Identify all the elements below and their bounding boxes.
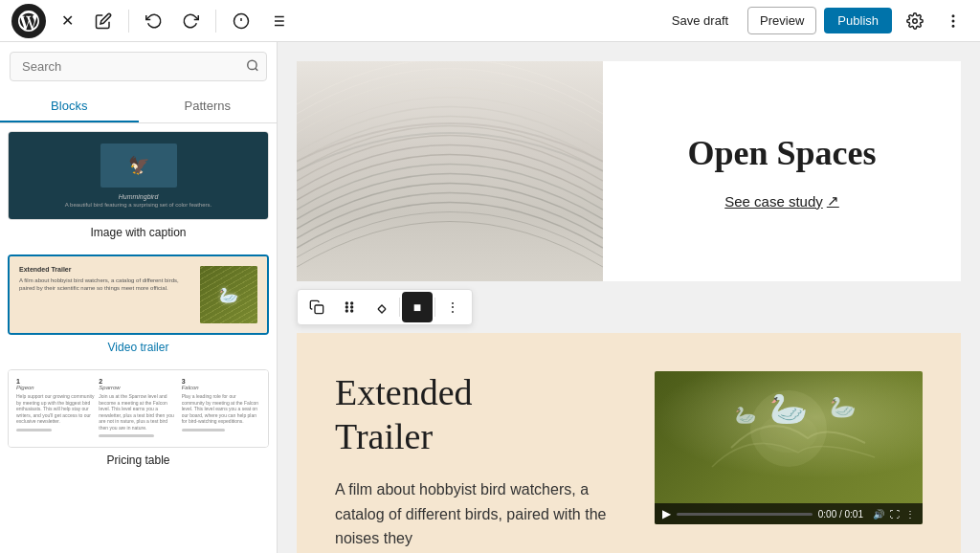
- save-draft-button[interactable]: Save draft: [660, 8, 740, 33]
- video-play-button[interactable]: ▶: [662, 507, 671, 520]
- svg-point-12: [952, 25, 954, 27]
- svg-point-21: [351, 310, 353, 312]
- settings-gear-button[interactable]: [900, 6, 930, 36]
- align-block-button[interactable]: ■: [402, 292, 433, 322]
- svg-point-9: [913, 18, 918, 23]
- pricing-text-3: Play a leading role for our community by…: [182, 393, 260, 425]
- open-spaces-title: Open Spaces: [687, 133, 876, 173]
- toolbar-left-group: ✕: [11, 4, 293, 38]
- vt-image: 🦢: [200, 266, 257, 323]
- block-toolbar-sep-2: [434, 298, 435, 317]
- see-case-study-text: See case study: [724, 193, 823, 210]
- see-case-study-link[interactable]: See case study ↗: [724, 192, 839, 210]
- pricing-num-1: 1: [16, 378, 95, 385]
- video-time: 0:00 / 0:01: [818, 509, 863, 520]
- open-spaces-block: Open Spaces See case study ↗: [297, 61, 961, 281]
- pricing-col-3: 3 Falcon Play a leading role for our com…: [182, 378, 260, 439]
- vt-text: Extended Trailer A film about hobbyist b…: [19, 266, 192, 323]
- et-description: A film about hobbyist bird watchers, a c…: [335, 477, 616, 551]
- video-trailer-preview-inner: Extended Trailer A film about hobbyist b…: [10, 256, 267, 333]
- block-preview-pricing-table: 1 Pigeon Help support our growing commun…: [8, 369, 269, 448]
- sidebar: Blocks Patterns 🦅 Hummingbird A beautifu…: [0, 42, 278, 553]
- open-spaces-content: Open Spaces See case study ↗: [603, 61, 961, 281]
- svg-point-10: [952, 15, 954, 17]
- pricing-bar-2: [99, 434, 154, 437]
- svg-point-18: [345, 306, 347, 308]
- video-fullscreen-icon[interactable]: ⛶: [890, 509, 900, 520]
- svg-point-11: [952, 20, 954, 22]
- video-background: 🦢 🦢 🦢: [655, 371, 923, 524]
- search-input[interactable]: [10, 52, 267, 81]
- vt-card-desc: A film about hobbyist bird watchers, a c…: [19, 276, 192, 293]
- duplicate-block-button[interactable]: [301, 292, 332, 322]
- et-title: ExtendedTrailer: [335, 371, 616, 458]
- video-controls: ▶ 0:00 / 0:01 🔊 ⛶ ⋮: [655, 503, 923, 524]
- et-video: 🦢 🦢 🦢 ▶ 0:00 / 0:01 🔊 ⛶ ⋮: [655, 371, 923, 524]
- block-label-video-trailer: Video trailer: [8, 341, 269, 354]
- video-more-icon[interactable]: ⋮: [905, 509, 915, 520]
- video-progress[interactable]: [677, 513, 813, 516]
- vt-card-title: Extended Trailer: [19, 266, 192, 273]
- edit-pen-button[interactable]: [88, 6, 119, 36]
- block-item-video-trailer[interactable]: Extended Trailer A film about hobbyist b…: [8, 254, 269, 354]
- block-preview-video-trailer: Extended Trailer A film about hobbyist b…: [8, 254, 269, 335]
- info-button[interactable]: [226, 6, 256, 36]
- svg-rect-15: [315, 305, 323, 314]
- block-item-image-caption[interactable]: 🦅 Hummingbird A beautiful bird featuring…: [8, 131, 269, 239]
- block-floating-toolbar: ■ ⋮: [297, 289, 473, 325]
- editor-canvas: Open Spaces See case study ↗: [297, 61, 961, 553]
- video-player: 🦢 🦢 🦢 ▶ 0:00 / 0:01 🔊 ⛶ ⋮: [655, 371, 923, 524]
- block-preview-image-caption: 🦅 Hummingbird A beautiful bird featuring…: [8, 131, 269, 220]
- move-block-button[interactable]: [367, 292, 397, 322]
- block-label-pricing-table: Pricing table: [8, 453, 269, 467]
- extended-trailer-block: ExtendedTrailer A film about hobbyist bi…: [297, 333, 961, 553]
- svg-point-17: [351, 302, 353, 304]
- more-options-button[interactable]: [938, 6, 969, 36]
- pricing-text-1: Help support our growing community by me…: [16, 393, 95, 425]
- video-volume-icon[interactable]: 🔊: [873, 509, 884, 520]
- pricing-num-2: 2: [99, 378, 177, 385]
- pricing-col-2: 2 Sparrow Join us at the Sparrow level a…: [99, 378, 177, 439]
- sidebar-content: 🦅 Hummingbird A beautiful bird featuring…: [0, 123, 277, 553]
- toolbar-right-group: Save draft Preview Publish: [660, 6, 969, 36]
- svg-point-19: [351, 306, 353, 308]
- drag-handle-button[interactable]: [334, 292, 365, 322]
- sidebar-tabs: Blocks Patterns: [0, 91, 277, 123]
- tab-patterns[interactable]: Patterns: [139, 91, 278, 122]
- pricing-preview-inner: 1 Pigeon Help support our growing commun…: [9, 370, 268, 447]
- arch-svg: [297, 61, 603, 281]
- search-box: [10, 52, 267, 81]
- svg-point-16: [345, 302, 347, 304]
- undo-button[interactable]: [139, 6, 169, 36]
- pricing-bar-1: [16, 429, 52, 431]
- pricing-num-3: 3: [182, 378, 260, 385]
- close-button[interactable]: ✕: [52, 6, 82, 36]
- block-item-pricing-table[interactable]: 1 Pigeon Help support our growing commun…: [8, 369, 269, 467]
- pricing-name-3: Falcon: [182, 385, 260, 390]
- pricing-name-2: Sparrow: [99, 385, 177, 390]
- pricing-text-2: Join us at the Sparrow level and become …: [99, 393, 177, 431]
- toolbar-sep-1: [128, 10, 129, 33]
- architecture-image: [297, 61, 603, 281]
- see-case-study-arrow: ↗: [827, 192, 839, 210]
- et-text-content: ExtendedTrailer A film about hobbyist bi…: [335, 371, 616, 551]
- wp-logo-button[interactable]: [11, 4, 46, 38]
- preview-button[interactable]: Preview: [747, 7, 816, 34]
- toolbar-sep-2: [215, 10, 216, 33]
- main-layout: Blocks Patterns 🦅 Hummingbird A beautifu…: [0, 42, 980, 553]
- editor-area[interactable]: Open Spaces See case study ↗: [278, 42, 980, 553]
- svg-point-20: [345, 310, 347, 312]
- pricing-bar-3: [182, 429, 225, 431]
- more-block-options-button[interactable]: ⋮: [437, 292, 468, 322]
- block-toolbar-sep: [399, 298, 400, 317]
- list-view-button[interactable]: [262, 6, 293, 36]
- top-toolbar: ✕ Save draft Preview Publish: [0, 0, 980, 42]
- pricing-col-1: 1 Pigeon Help support our growing commun…: [16, 378, 95, 439]
- redo-button[interactable]: [175, 6, 206, 36]
- tab-blocks[interactable]: Blocks: [0, 91, 139, 122]
- publish-button[interactable]: Publish: [824, 8, 892, 33]
- pricing-name-1: Pigeon: [16, 385, 95, 390]
- block-label-image-caption: Image with caption: [8, 226, 269, 239]
